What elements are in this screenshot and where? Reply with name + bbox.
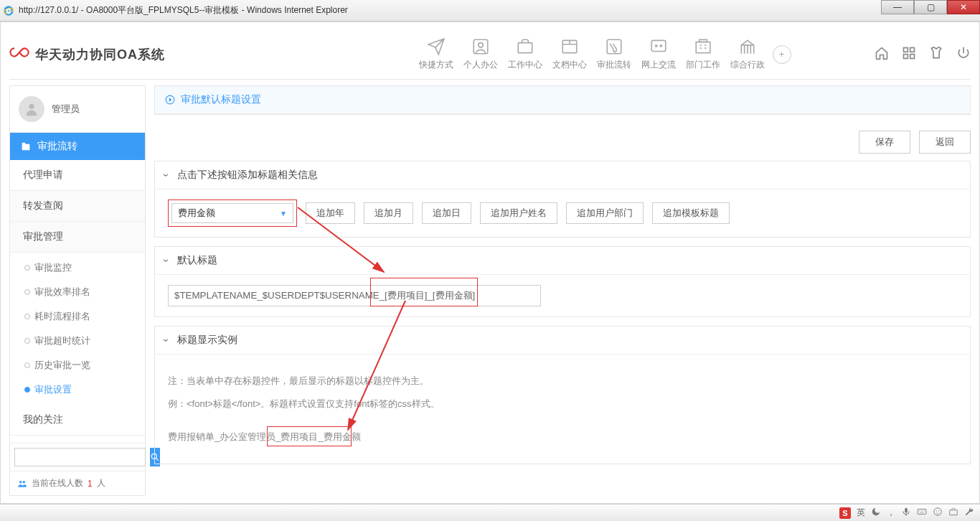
close-button[interactable]: ✕ — [947, 0, 980, 14]
browser-titlebar: http://127.0.0.1/ - OA8000平台版_FPLMYSQL5-… — [0, 0, 980, 22]
ie-icon — [3, 5, 14, 17]
window-controls: — ▢ ✕ — [881, 0, 980, 14]
maximize-button[interactable]: ▢ — [914, 0, 947, 14]
window-title: http://127.0.0.1/ - OA8000平台版_FPLMYSQL5-… — [19, 4, 977, 17]
minimize-button[interactable]: — — [881, 0, 914, 14]
